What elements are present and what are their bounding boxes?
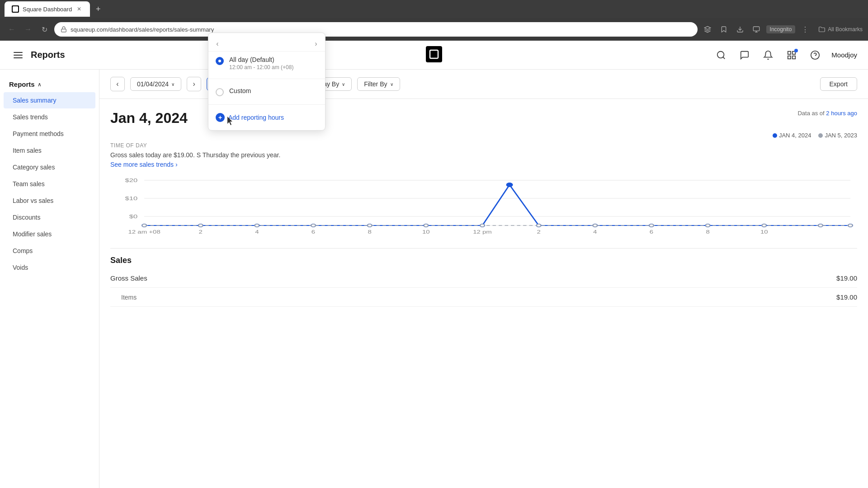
see-more-link[interactable]: See more sales trends › [110,161,178,168]
items-value: $19.00 [836,293,857,301]
sales-section-title: Sales [110,248,857,265]
svg-point-43 [424,224,428,227]
bookmark-icon[interactable] [717,23,730,36]
sidebar-item-modifier-sales[interactable]: Modifier sales [4,226,95,242]
svg-rect-0 [13,6,18,12]
svg-rect-6 [14,57,23,58]
allday-default-content: All day (Default) 12:00 am - 12:00 am (+… [229,56,318,70]
gross-sales-label: Gross Sales [110,274,836,282]
new-tab-button[interactable]: + [92,3,104,15]
svg-point-40 [255,224,259,227]
svg-text:$20: $20 [125,178,138,183]
browser-tab[interactable]: Square Dashboard ✕ [5,1,90,17]
nav-right: Moodjoy [714,48,857,62]
top-nav: Reports Moodjoy [0,41,868,70]
chart-container: $20 $10 $0 [110,176,857,241]
bookmarks-label: All Bookmarks [828,26,863,33]
menu-button[interactable] [11,48,25,62]
items-row: Items $19.00 [110,288,857,307]
sidebar-item-sales-summary[interactable]: Sales summary [4,92,95,108]
square-logo [426,46,442,64]
prev-date-button[interactable]: ‹ [110,77,125,91]
forward-button[interactable]: → [22,23,34,36]
svg-point-46 [593,224,597,227]
main-content: Reports ∧ Sales summary Sales trends Pay… [0,70,868,488]
svg-text:12 am +08: 12 am +08 [128,230,160,235]
dropdown-divider-2 [208,104,325,105]
svg-point-47 [649,224,653,227]
page-date-heading: Jan 4, 2024 [110,110,188,127]
reload-button[interactable]: ↻ [38,23,51,36]
sidebar-item-item-sales[interactable]: Item sales [4,142,95,159]
help-button[interactable] [808,48,822,62]
page-area: ‹ 01/04/2024 ∨ › All day ∧ Summary ∨ Dis… [99,70,868,488]
svg-point-50 [818,224,822,227]
sidebar-item-labor-vs-sales[interactable]: Labor vs sales [4,192,95,209]
next-date-button[interactable]: › [187,77,201,91]
custom-option[interactable]: Custom [208,83,325,101]
sales-description: Gross sales today are $19.00. S Thursday… [110,151,857,159]
gross-sales-value: $19.00 [836,274,857,282]
allday-dropdown-menu: ‹ › All day (Default) 12:00 am - 12:00 a… [208,33,326,131]
date-picker-button[interactable]: 01/04/2024 ∨ [130,77,181,91]
chart-legend: JAN 4, 2024 JAN 5, 2023 [110,132,857,139]
data-as-of-time-link[interactable]: 2 hours ago [826,110,857,117]
svg-point-39 [198,224,203,227]
reports-section-title: Reports [9,80,35,88]
custom-content: Custom [229,87,318,94]
time-of-day-label: TIME OF DAY [110,142,857,149]
page-content: Jan 4, 2024 Data as of 2 hours ago JAN 4… [99,99,868,318]
url-text: squareup.com/dashboard/sales/reports/sal… [71,26,214,33]
sales-description-text: Gross sales today are $19.00. S [110,151,201,159]
svg-rect-1 [61,29,66,32]
svg-text:2: 2 [199,230,203,235]
sidebar-item-voids[interactable]: Voids [4,259,95,276]
svg-text:$10: $10 [125,196,138,202]
messages-button[interactable] [737,48,752,62]
svg-text:10: 10 [422,230,430,235]
export-button[interactable]: Export [820,77,857,91]
reports-section-header[interactable]: Reports ∧ [0,77,99,92]
svg-rect-10 [788,51,791,54]
notifications-button[interactable] [761,48,775,62]
sidebar-item-comps[interactable]: Comps [4,243,95,259]
download-icon[interactable] [734,23,746,36]
tab-close-button[interactable]: ✕ [75,5,83,13]
display-by-chevron-icon: ∨ [342,82,345,87]
svg-text:4: 4 [593,230,597,235]
profile-icon[interactable] [750,23,763,36]
filter-by-dropdown-button[interactable]: Filter By ∨ [357,77,400,91]
address-bar[interactable]: squareup.com/dashboard/sales/reports/sal… [54,22,698,37]
add-reporting-hours-option[interactable]: + Add reporting hours [208,108,325,127]
menu-dots-icon[interactable]: ⋮ [799,23,811,36]
svg-rect-13 [788,56,791,58]
dropdown-next-arrow[interactable]: › [311,38,321,49]
custom-label: Custom [229,87,318,94]
legend-dot-jan4 [773,133,777,138]
sidebar-item-discounts[interactable]: Discounts [4,209,95,225]
allday-default-time: 12:00 am - 12:00 am (+08) [229,64,318,70]
sidebar-item-sales-trends[interactable]: Sales trends [4,109,95,125]
svg-text:6: 6 [650,230,653,235]
dropdown-divider [208,79,325,79]
extensions-icon[interactable] [701,23,714,36]
sidebar-item-category-sales[interactable]: Category sales [4,159,95,175]
svg-rect-7 [426,46,442,62]
data-as-of: Data as of 2 hours ago [797,110,857,117]
bookmarks-folder-icon [819,26,825,33]
dashboard-button[interactable] [784,48,799,62]
search-button[interactable] [714,48,728,62]
gross-sales-row: Gross Sales $19.00 [110,269,857,288]
sidebar-item-payment-methods[interactable]: Payment methods [4,126,95,142]
sidebar-item-team-sales[interactable]: Team sales [4,176,95,192]
svg-point-51 [848,224,852,227]
dropdown-prev-arrow[interactable]: ‹ [212,38,223,49]
back-button[interactable]: ← [5,23,18,36]
username-label: Moodjoy [831,51,857,59]
custom-radio [216,88,224,96]
allday-default-option[interactable]: All day (Default) 12:00 am - 12:00 am (+… [208,52,325,75]
svg-point-45 [537,224,541,227]
svg-point-44 [480,224,484,227]
svg-point-9 [717,51,724,58]
legend-dot-jan5 [818,133,823,138]
